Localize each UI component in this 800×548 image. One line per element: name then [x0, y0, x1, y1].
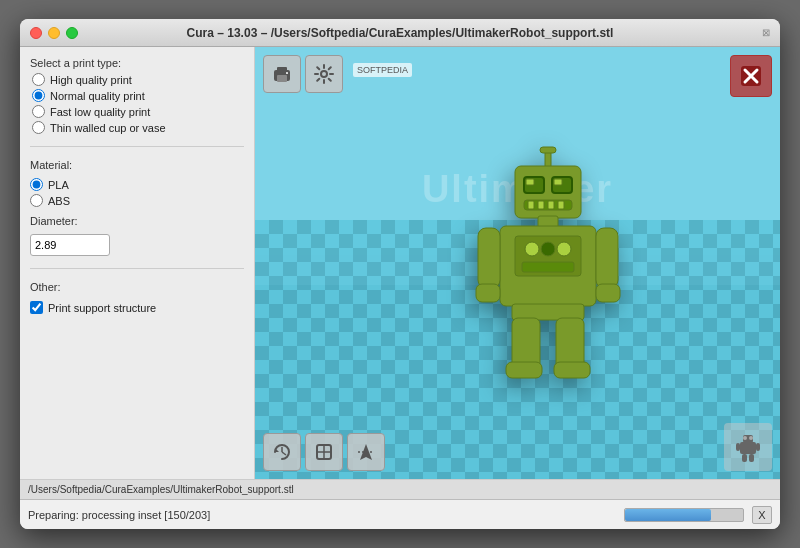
scale-button[interactable] — [305, 433, 343, 471]
radio-fast-quality-label: Fast low quality print — [50, 106, 150, 118]
svg-rect-47 — [742, 454, 747, 462]
softpedia-text: SOFTPEDIA — [357, 65, 408, 75]
diameter-label: Diameter: — [30, 215, 244, 227]
svg-rect-30 — [277, 75, 287, 82]
radio-fast-quality[interactable]: Fast low quality print — [32, 105, 244, 118]
robot-thumbnail — [724, 423, 772, 471]
support-structure-checkbox[interactable]: Print support structure — [30, 301, 244, 314]
svg-rect-22 — [596, 284, 620, 302]
svg-rect-48 — [749, 454, 754, 462]
svg-rect-10 — [548, 201, 554, 209]
status-bar: /Users/Softpedia/CuraExamples/UltimakerR… — [20, 479, 780, 529]
radio-normal-quality[interactable]: Normal quality print — [32, 89, 244, 102]
svg-rect-19 — [478, 228, 500, 288]
material-section: Material: PLA ABS — [30, 159, 244, 207]
print-type-section: Select a print type: High quality print … — [30, 57, 244, 134]
viewport-toolbar: SOFTPEDIA — [263, 55, 343, 93]
progress-row: Preparing: processing inset [150/203] X — [20, 500, 780, 529]
divider-2 — [30, 268, 244, 269]
radio-abs-label: ABS — [48, 195, 70, 207]
filepath-text: /Users/Softpedia/CuraExamples/UltimakerR… — [28, 484, 294, 495]
window-title: Cura – 13.03 – /Users/Softpedia/CuraExam… — [20, 26, 780, 40]
other-label: Other: — [30, 281, 244, 293]
traffic-lights — [30, 27, 78, 39]
radio-thin-walled-label: Thin walled cup or vase — [50, 122, 166, 134]
radio-abs[interactable]: ABS — [30, 194, 244, 207]
rotate-button[interactable] — [263, 433, 301, 471]
svg-rect-11 — [558, 201, 564, 209]
svg-point-42 — [743, 436, 747, 440]
progress-track — [624, 508, 744, 522]
resize-icon: ⊠ — [762, 27, 770, 38]
print-type-radio-group: High quality print Normal quality print … — [30, 73, 244, 134]
robot-model — [470, 144, 630, 384]
svg-rect-26 — [506, 362, 542, 378]
other-section: Other: Print support structure — [30, 281, 244, 314]
radio-normal-quality-input[interactable] — [32, 89, 45, 102]
radio-normal-quality-label: Normal quality print — [50, 90, 145, 102]
svg-point-17 — [557, 242, 571, 256]
print-button[interactable] — [263, 55, 301, 93]
radio-high-quality-input[interactable] — [32, 73, 45, 86]
status-text: Preparing: processing inset [150/203] — [28, 509, 616, 521]
divider-1 — [30, 146, 244, 147]
main-content: Select a print type: High quality print … — [20, 47, 780, 479]
svg-rect-20 — [476, 284, 500, 302]
radio-fast-quality-input[interactable] — [32, 105, 45, 118]
titlebar: Cura – 13.03 – /Users/Softpedia/CuraExam… — [20, 19, 780, 47]
print-type-label: Select a print type: — [30, 57, 244, 69]
svg-rect-31 — [286, 72, 288, 74]
settings-button[interactable] — [305, 55, 343, 93]
mirror-button[interactable] — [347, 433, 385, 471]
support-structure-label: Print support structure — [48, 302, 156, 314]
svg-rect-5 — [526, 179, 534, 185]
viewport-toolbar-bottom — [263, 433, 385, 471]
svg-rect-1 — [540, 147, 556, 153]
radio-thin-walled-input[interactable] — [32, 121, 45, 134]
svg-rect-44 — [740, 442, 756, 454]
svg-rect-27 — [554, 362, 590, 378]
radio-abs-input[interactable] — [30, 194, 43, 207]
svg-point-43 — [749, 436, 753, 440]
svg-rect-18 — [522, 262, 574, 272]
viewport: Ultimaker — [255, 47, 780, 479]
support-structure-input[interactable] — [30, 301, 43, 314]
svg-rect-21 — [596, 228, 618, 288]
diameter-input[interactable] — [30, 234, 110, 256]
svg-point-15 — [525, 242, 539, 256]
softpedia-badge: SOFTPEDIA — [353, 63, 412, 77]
sidebar: Select a print type: High quality print … — [20, 47, 255, 479]
material-label: Material: — [30, 159, 244, 171]
radio-thin-walled[interactable]: Thin walled cup or vase — [32, 121, 244, 134]
radio-high-quality[interactable]: High quality print — [32, 73, 244, 86]
svg-point-16 — [541, 242, 555, 256]
main-window: Cura – 13.03 – /Users/Softpedia/CuraExam… — [20, 19, 780, 529]
close-button[interactable] — [30, 27, 42, 39]
maximize-button[interactable] — [66, 27, 78, 39]
svg-rect-6 — [554, 179, 562, 185]
svg-rect-46 — [756, 443, 760, 451]
svg-rect-29 — [277, 67, 287, 72]
minimize-button[interactable] — [48, 27, 60, 39]
filepath-bar: /Users/Softpedia/CuraExamples/UltimakerR… — [20, 480, 780, 500]
svg-point-32 — [321, 71, 327, 77]
progress-cancel-button[interactable]: X — [752, 506, 772, 524]
radio-pla[interactable]: PLA — [30, 178, 244, 191]
svg-rect-45 — [736, 443, 740, 451]
xlogo-button[interactable] — [730, 55, 772, 97]
svg-line-36 — [282, 452, 286, 455]
svg-rect-9 — [538, 201, 544, 209]
diameter-section: Diameter: — [30, 215, 244, 256]
svg-rect-8 — [528, 201, 534, 209]
radio-pla-label: PLA — [48, 179, 69, 191]
progress-fill — [625, 509, 711, 521]
radio-pla-input[interactable] — [30, 178, 43, 191]
radio-high-quality-label: High quality print — [50, 74, 132, 86]
